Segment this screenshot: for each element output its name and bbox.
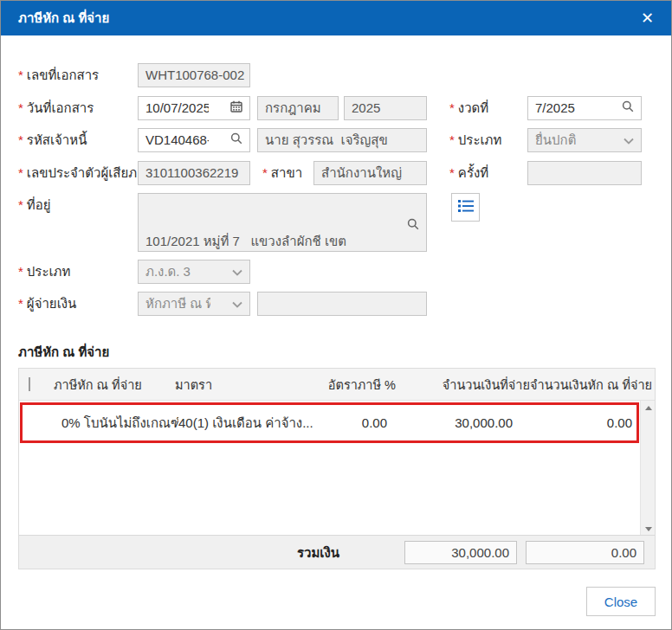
dialog-title: ภาษีหัก ณ ที่จ่าย [18,8,109,29]
address-list-button[interactable] [451,193,480,222]
filing-type-label: *ประเภท [449,128,501,152]
vertical-scrollbar[interactable] [640,401,655,537]
chevron-down-icon [602,128,634,152]
period-field[interactable]: 7/2025 [527,96,642,120]
period-label: *งวดที่ [449,96,488,120]
cell-amount-paid: 30,000.00 [399,415,533,430]
col-header-amount-paid: จำนวนเงินที่จ่าย [396,375,530,395]
doc-date-label: *วันที่เอกสาร [18,96,94,120]
table-header-row: ภาษีหัก ณ ที่จ่าย มาตรา อัตราภาษี % จำนว… [19,369,655,401]
pnd-type-value: ภ.ง.ด. 3 [145,260,191,283]
address-line1: 101/2021 หมู่ที่ 7 แขวงลำผักชี เขตหนองจอ… [145,233,419,252]
vendor-code-label: *รหัสเจ้าหนี้ [18,128,87,152]
doc-date-field[interactable]: 10/07/2025 [138,96,250,120]
wht-table: ภาษีหัก ณ ที่จ่าย มาตรา อัตราภาษี % จำนว… [18,368,656,569]
search-icon[interactable] [209,128,242,152]
col-header-rate: อัตราภาษี % [313,375,396,395]
required-marker: * [18,68,23,82]
table-totals-row: รวมเงิน 30,000.00 0.00 [19,535,655,569]
vendor-name-field: นาย สุวรรณ เจริญสุข [257,128,427,152]
col-header-amount-withheld: จำนวนเงินหัก ณ ที่จ่าย [530,375,655,395]
close-icon[interactable]: ✕ [636,1,659,35]
payer-value: หักภาษี ณ ที่จ่าย [145,292,210,315]
payer-select: หักภาษี ณ ที่จ่าย [138,292,250,316]
table-row-highlighted[interactable]: 0% โบนันไม่ถึงเกณฑ์ 40(1) เงินเดือน ค่าจ… [20,402,639,443]
col-header-section: มาตรา [175,375,313,395]
doc-no-label: *เลขที่เอกสาร [18,63,99,87]
cell-wht-type: 0% โบนันไม่ถึงเกณฑ์ [57,413,178,434]
search-icon[interactable] [600,96,634,120]
wht-dialog: ภาษีหัก ณ ที่จ่าย ✕ *เลขที่เอกสาร WHT100… [0,0,672,630]
time-no-field [527,161,642,185]
filing-type-value: ยื่นปกติ [535,129,576,151]
total-amount-paid: 30,000.00 [404,541,517,564]
list-icon [458,199,474,215]
payer-extra-field [257,292,427,316]
chevron-down-icon [210,260,242,284]
address-field: 101/2021 หมู่ที่ 7 แขวงลำผักชี เขตหนองจอ… [138,193,427,252]
doc-date-value: 10/07/2025 [145,97,209,119]
cell-rate: 0.00 [317,415,399,430]
pnd-type-select: ภ.ง.ด. 3 [138,260,250,284]
branch-label: *สาขา [262,161,302,185]
branch-field: สำนักงานใหญ่ [313,161,427,185]
period-value: 7/2025 [535,97,575,119]
close-button[interactable]: Close [586,587,656,616]
vendor-code-field[interactable]: VD140468-001 [138,128,250,152]
scroll-up-arrow[interactable] [641,401,656,415]
total-label: รวมเงิน [192,536,339,569]
time-no-label: *ครั้งที่ [449,161,488,185]
select-all-checkbox[interactable] [29,377,30,391]
tax-id-field: 3101100362219 [138,161,250,185]
total-amount-withheld: 0.00 [526,541,644,564]
dialog-titlebar: ภาษีหัก ณ ที่จ่าย ✕ [1,1,671,35]
pnd-type-label: *ประเภท [18,260,70,284]
tax-id-label: *เลขประจำตัวผู้เสียภ... [18,161,148,185]
table-body: 0% โบนันไม่ถึงเกณฑ์ 40(1) เงินเดือน ค่าจ… [19,401,640,537]
filing-type-select: ยื่นปกติ [527,128,642,152]
search-icon[interactable] [385,200,419,252]
col-header-wht-type: ภาษีหัก ณ ที่จ่าย [54,375,175,395]
vendor-code-value: VD140468-001 [145,129,209,151]
cell-amount-withheld: 0.00 [533,415,636,430]
doc-no-field: WHT100768-002 [138,63,250,87]
payer-label: *ผู้จ่ายเงิน [18,292,76,316]
address-label: *ที่อยู่ [18,193,51,217]
chevron-down-icon [210,292,242,316]
doc-year-field: 2025 [344,96,427,120]
calendar-icon[interactable] [209,96,242,120]
cell-section: 40(1) เงินเดือน ค่าจ้าง... [178,413,317,434]
section-heading: ภาษีหัก ณ ที่จ่าย [18,342,109,363]
doc-month-field: กรกฎาคม [257,96,339,120]
